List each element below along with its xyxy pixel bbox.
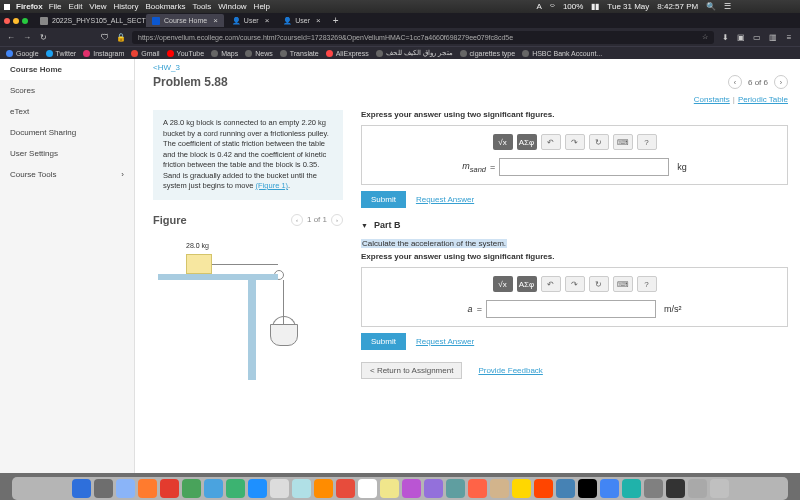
partb-request-answer-link[interactable]: Request Answer <box>416 337 474 346</box>
sidebar-item-course-home[interactable]: Course Home <box>0 59 134 80</box>
figure-link[interactable]: (Figure 1) <box>256 181 289 190</box>
star-icon[interactable]: ☆ <box>702 33 708 41</box>
dock-app-28[interactable] <box>688 479 707 498</box>
new-tab-button[interactable]: + <box>329 14 343 27</box>
dock-app-7[interactable] <box>226 479 245 498</box>
tool-sqrt[interactable]: √x <box>493 276 513 292</box>
dock-app-15[interactable] <box>402 479 421 498</box>
dock-app-13[interactable] <box>358 479 377 498</box>
tool-reset[interactable]: ↻ <box>589 276 609 292</box>
dock-app-25[interactable] <box>622 479 641 498</box>
screenshot-icon[interactable]: ▭ <box>752 33 762 42</box>
window-controls[interactable] <box>4 18 28 24</box>
bookmark-twitter[interactable]: Twitter <box>46 50 77 57</box>
dock-app-0[interactable] <box>72 479 91 498</box>
bookmark-aliexpress[interactable]: AliExpress <box>326 50 369 57</box>
dock-app-22[interactable] <box>556 479 575 498</box>
menu-file[interactable]: File <box>49 2 62 11</box>
control-center-icon[interactable]: ☰ <box>724 2 731 11</box>
dock-app-4[interactable] <box>160 479 179 498</box>
forward-button[interactable]: → <box>22 33 32 42</box>
menu-tools[interactable]: Tools <box>192 2 211 11</box>
dock-app-14[interactable] <box>380 479 399 498</box>
tool-redo[interactable]: ↷ <box>565 134 585 150</box>
bookmark-instagram[interactable]: Instagram <box>83 50 124 57</box>
parta-submit-button[interactable]: Submit <box>361 191 406 208</box>
extensions-icon[interactable]: ▥ <box>768 33 778 42</box>
bookmark-maps[interactable]: Maps <box>211 50 238 57</box>
bookmark-youtube[interactable]: YouTube <box>167 50 205 57</box>
tab-2[interactable]: 👤User× <box>226 14 275 27</box>
menu-icon[interactable]: ≡ <box>784 33 794 42</box>
fig-next-button[interactable]: › <box>331 214 343 226</box>
tool-sqrt[interactable]: √x <box>493 134 513 150</box>
bookmark-gmail[interactable]: Gmail <box>131 50 159 57</box>
dock-app-12[interactable] <box>336 479 355 498</box>
dock-app-23[interactable] <box>578 479 597 498</box>
dock-app-29[interactable] <box>710 479 729 498</box>
dock-app-18[interactable] <box>468 479 487 498</box>
dock-app-3[interactable] <box>138 479 157 498</box>
tool-keyboard[interactable]: ⌨ <box>613 276 633 292</box>
fig-prev-button[interactable]: ‹ <box>291 214 303 226</box>
provide-feedback-link[interactable]: Provide Feedback <box>478 366 542 375</box>
sidebar-item-etext[interactable]: eText <box>0 101 134 122</box>
tool-undo[interactable]: ↶ <box>541 134 561 150</box>
back-button[interactable]: ← <box>6 33 16 42</box>
dock-app-17[interactable] <box>446 479 465 498</box>
dock-app-27[interactable] <box>666 479 685 498</box>
tool-reset[interactable]: ↻ <box>589 134 609 150</box>
parta-request-answer-link[interactable]: Request Answer <box>416 195 474 204</box>
dock-app-5[interactable] <box>182 479 201 498</box>
download-icon[interactable]: ⬇ <box>720 33 730 42</box>
menu-history[interactable]: History <box>114 2 139 11</box>
bookmark-hsbc[interactable]: HSBC Bank Account... <box>522 50 602 57</box>
tool-greek[interactable]: ΑΣφ <box>517 134 537 150</box>
menu-view[interactable]: View <box>89 2 106 11</box>
dock-app-19[interactable] <box>490 479 509 498</box>
sidebar-item-user-settings[interactable]: User Settings <box>0 143 134 164</box>
partb-header[interactable]: ▼Part B <box>361 220 788 230</box>
dock-app-8[interactable] <box>248 479 267 498</box>
parta-input[interactable] <box>499 158 669 176</box>
reload-button[interactable]: ↻ <box>38 33 48 42</box>
dock-app-2[interactable] <box>116 479 135 498</box>
sidebar-item-doc-sharing[interactable]: Document Sharing <box>0 122 134 143</box>
sidebar-item-course-tools[interactable]: Course Tools› <box>0 164 134 185</box>
dock-app-9[interactable] <box>270 479 289 498</box>
search-icon[interactable]: 🔍 <box>706 2 716 11</box>
constants-link[interactable]: Constants <box>694 95 730 104</box>
bookmark-translate[interactable]: Translate <box>280 50 319 57</box>
dock-app-16[interactable] <box>424 479 443 498</box>
menu-bookmarks[interactable]: Bookmarks <box>145 2 185 11</box>
breadcrumb[interactable]: <HW_3 <box>153 63 788 72</box>
tool-keyboard[interactable]: ⌨ <box>613 134 633 150</box>
bookmark-google[interactable]: Google <box>6 50 39 57</box>
sidebar-item-scores[interactable]: Scores <box>0 80 134 101</box>
close-icon[interactable]: × <box>316 16 321 25</box>
partb-submit-button[interactable]: Submit <box>361 333 406 350</box>
dock-app-6[interactable] <box>204 479 223 498</box>
account-icon[interactable]: ▣ <box>736 33 746 42</box>
tool-help[interactable]: ? <box>637 134 657 150</box>
periodic-table-link[interactable]: Periodic Table <box>738 95 788 104</box>
tab-0[interactable]: 2022S_PHYS105_ALL_SECTION× <box>34 14 144 27</box>
shield-icon[interactable]: 🛡 <box>100 33 110 42</box>
dock-app-20[interactable] <box>512 479 531 498</box>
tool-greek[interactable]: ΑΣφ <box>517 276 537 292</box>
wifi-icon[interactable]: ⌔ <box>550 2 555 11</box>
return-assignment-button[interactable]: < Return to Assignment <box>361 362 462 379</box>
dock-app-26[interactable] <box>644 479 663 498</box>
prev-problem-button[interactable]: ‹ <box>728 75 742 89</box>
dock-app-24[interactable] <box>600 479 619 498</box>
dock-app-21[interactable] <box>534 479 553 498</box>
dock-app-10[interactable] <box>292 479 311 498</box>
dock-app-1[interactable] <box>94 479 113 498</box>
dock-app-11[interactable] <box>314 479 333 498</box>
menu-help[interactable]: Help <box>254 2 270 11</box>
bookmark-arabic[interactable]: متجر رواق الكيف للحف <box>376 49 453 57</box>
tool-help[interactable]: ? <box>637 276 657 292</box>
tool-redo[interactable]: ↷ <box>565 276 585 292</box>
bookmark-cigs[interactable]: cigarettes type <box>460 50 516 57</box>
bookmark-news[interactable]: News <box>245 50 273 57</box>
